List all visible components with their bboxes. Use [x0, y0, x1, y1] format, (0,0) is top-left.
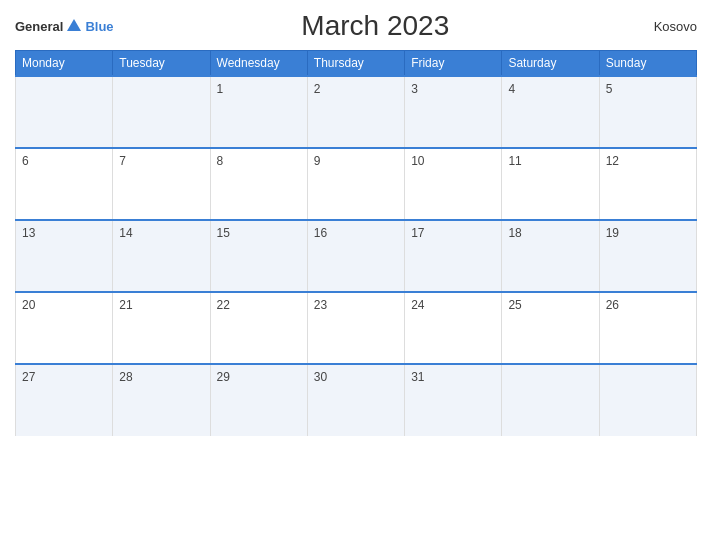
header-saturday: Saturday [502, 51, 599, 77]
day-number: 27 [22, 370, 35, 384]
day-number: 12 [606, 154, 619, 168]
calendar-day-cell [16, 76, 113, 148]
calendar-day-cell: 3 [405, 76, 502, 148]
day-number: 4 [508, 82, 515, 96]
logo-triangle-icon [67, 19, 81, 31]
calendar-day-cell: 13 [16, 220, 113, 292]
day-number: 22 [217, 298, 230, 312]
day-number: 21 [119, 298, 132, 312]
day-number: 14 [119, 226, 132, 240]
day-number: 10 [411, 154, 424, 168]
country-label: Kosovo [637, 19, 697, 34]
calendar-day-cell: 14 [113, 220, 210, 292]
day-number: 20 [22, 298, 35, 312]
calendar-day-cell: 19 [599, 220, 696, 292]
day-number: 28 [119, 370, 132, 384]
header-monday: Monday [16, 51, 113, 77]
calendar-day-cell: 27 [16, 364, 113, 436]
header-tuesday: Tuesday [113, 51, 210, 77]
calendar-day-cell: 18 [502, 220, 599, 292]
calendar-day-cell: 20 [16, 292, 113, 364]
day-number: 8 [217, 154, 224, 168]
day-number: 26 [606, 298, 619, 312]
calendar-week-row: 13141516171819 [16, 220, 697, 292]
calendar-day-cell: 15 [210, 220, 307, 292]
calendar-day-cell: 23 [307, 292, 404, 364]
day-number: 11 [508, 154, 521, 168]
calendar-page: General Blue March 2023 Kosovo Monday Tu… [0, 0, 712, 550]
calendar-day-cell: 25 [502, 292, 599, 364]
header-thursday: Thursday [307, 51, 404, 77]
calendar-day-cell: 30 [307, 364, 404, 436]
day-number: 30 [314, 370, 327, 384]
logo-blue-text: Blue [85, 19, 113, 34]
calendar-day-cell: 24 [405, 292, 502, 364]
day-number: 24 [411, 298, 424, 312]
calendar-day-cell: 21 [113, 292, 210, 364]
day-number: 15 [217, 226, 230, 240]
header-sunday: Sunday [599, 51, 696, 77]
day-number: 13 [22, 226, 35, 240]
day-number: 19 [606, 226, 619, 240]
header: General Blue March 2023 Kosovo [15, 10, 697, 42]
calendar-day-cell: 22 [210, 292, 307, 364]
day-number: 1 [217, 82, 224, 96]
calendar-day-cell: 12 [599, 148, 696, 220]
logo: General Blue [15, 17, 114, 35]
calendar-week-row: 2728293031 [16, 364, 697, 436]
day-number: 7 [119, 154, 126, 168]
calendar-day-cell: 6 [16, 148, 113, 220]
header-friday: Friday [405, 51, 502, 77]
calendar-day-cell [599, 364, 696, 436]
calendar-day-cell: 4 [502, 76, 599, 148]
calendar-week-row: 12345 [16, 76, 697, 148]
day-number: 9 [314, 154, 321, 168]
calendar-week-row: 20212223242526 [16, 292, 697, 364]
calendar-week-row: 6789101112 [16, 148, 697, 220]
weekday-header-row: Monday Tuesday Wednesday Thursday Friday… [16, 51, 697, 77]
calendar-day-cell: 31 [405, 364, 502, 436]
day-number: 2 [314, 82, 321, 96]
calendar-day-cell: 16 [307, 220, 404, 292]
day-number: 23 [314, 298, 327, 312]
day-number: 17 [411, 226, 424, 240]
calendar-day-cell: 5 [599, 76, 696, 148]
header-wednesday: Wednesday [210, 51, 307, 77]
calendar-day-cell [502, 364, 599, 436]
calendar-day-cell: 11 [502, 148, 599, 220]
calendar-day-cell: 8 [210, 148, 307, 220]
calendar-day-cell: 7 [113, 148, 210, 220]
calendar-day-cell [113, 76, 210, 148]
day-number: 29 [217, 370, 230, 384]
day-number: 25 [508, 298, 521, 312]
day-number: 31 [411, 370, 424, 384]
calendar-day-cell: 9 [307, 148, 404, 220]
calendar-day-cell: 10 [405, 148, 502, 220]
day-number: 18 [508, 226, 521, 240]
calendar-day-cell: 26 [599, 292, 696, 364]
calendar-day-cell: 29 [210, 364, 307, 436]
calendar-table: Monday Tuesday Wednesday Thursday Friday… [15, 50, 697, 436]
calendar-day-cell: 1 [210, 76, 307, 148]
logo-general-text: General [15, 19, 63, 34]
day-number: 3 [411, 82, 418, 96]
day-number: 5 [606, 82, 613, 96]
calendar-day-cell: 17 [405, 220, 502, 292]
calendar-day-cell: 2 [307, 76, 404, 148]
day-number: 6 [22, 154, 29, 168]
day-number: 16 [314, 226, 327, 240]
calendar-day-cell: 28 [113, 364, 210, 436]
calendar-title: March 2023 [114, 10, 637, 42]
